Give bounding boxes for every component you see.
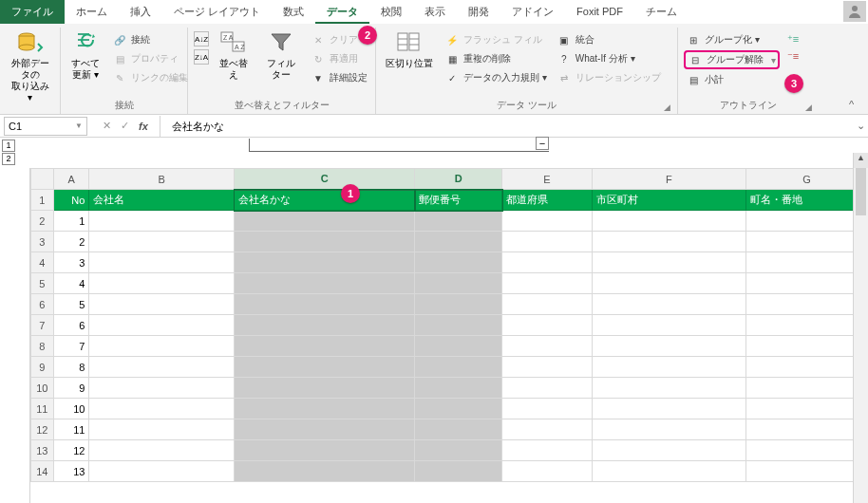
row-header-10[interactable]: 10 [31, 378, 54, 399]
cell-A4[interactable]: 3 [53, 252, 89, 273]
group-button[interactable]: ⊞グループ化 ▾ [684, 31, 780, 48]
advanced-filter-button[interactable]: ▼詳細設定 [309, 69, 369, 86]
row-header-3[interactable]: 3 [31, 232, 54, 252]
relationships-button[interactable]: ⇄リレーションシップ [555, 69, 663, 86]
get-external-data-button[interactable]: 外部データの 取り込み ▾ [6, 28, 54, 105]
cell-D9[interactable] [415, 357, 502, 378]
cell-B7[interactable] [89, 315, 235, 336]
col-header-F[interactable]: F [592, 169, 746, 190]
cell-F11[interactable] [592, 399, 746, 419]
cell-F9[interactable] [592, 357, 746, 378]
cell-G13[interactable] [746, 440, 868, 461]
cell-C3[interactable] [235, 232, 415, 252]
enter-formula-icon[interactable]: ✓ [121, 120, 129, 132]
scroll-up-icon[interactable]: ▲ [854, 153, 868, 168]
outline-level-2[interactable]: 2 [2, 153, 15, 165]
sort-asc-icon[interactable]: A↓Z [194, 31, 209, 47]
cell-C8[interactable] [235, 336, 415, 357]
tab-insert[interactable]: 挿入 [119, 0, 162, 24]
cell-C10[interactable] [235, 378, 415, 399]
cell-F2[interactable] [592, 211, 746, 232]
cell-C2[interactable] [235, 211, 415, 232]
connections-button[interactable]: 🔗接続 [110, 31, 190, 48]
col-header-G[interactable]: G [746, 169, 868, 190]
cell-F6[interactable] [592, 294, 746, 315]
cell-F14[interactable] [592, 461, 746, 482]
header-cell-F[interactable]: 市区町村 [592, 190, 746, 211]
tab-developer[interactable]: 開発 [457, 0, 500, 24]
text-to-columns-button[interactable]: 区切り位置 [382, 28, 437, 71]
row-header-11[interactable]: 11 [31, 399, 54, 419]
cell-D13[interactable] [415, 440, 502, 461]
col-header-D[interactable]: D [415, 169, 502, 190]
tab-review[interactable]: 校閲 [369, 0, 413, 24]
cell-F7[interactable] [592, 315, 746, 336]
cell-E3[interactable] [502, 232, 592, 252]
formula-input[interactable]: 会社名かな [160, 116, 853, 137]
edit-links-button[interactable]: ✎リンクの編集 [110, 69, 190, 86]
cell-A5[interactable]: 4 [53, 273, 89, 294]
cell-B13[interactable] [89, 440, 235, 461]
sort-button[interactable]: Z AA Z 並べ替え [215, 28, 253, 83]
show-detail-icon[interactable]: ⁺≡ [785, 31, 801, 47]
filter-button[interactable]: フィルター [258, 28, 303, 83]
row-header-6[interactable]: 6 [31, 294, 54, 315]
cancel-formula-icon[interactable]: ✕ [103, 120, 111, 132]
cell-A8[interactable]: 7 [53, 336, 89, 357]
refresh-all-button[interactable]: すべて 更新 ▾ [66, 28, 104, 83]
consolidate-button[interactable]: ▣統合 [555, 31, 663, 48]
vertical-scrollbar[interactable]: ▲ [853, 153, 868, 503]
header-cell-E[interactable]: 都道府県 [502, 190, 592, 211]
header-cell-B[interactable]: 会社名 [89, 190, 235, 211]
cell-A3[interactable]: 2 [53, 232, 89, 252]
cell-G7[interactable] [746, 315, 868, 336]
row-header-5[interactable]: 5 [31, 273, 54, 294]
row-header-1[interactable]: 1 [31, 190, 54, 211]
cell-G9[interactable] [746, 357, 868, 378]
cell-B10[interactable] [89, 378, 235, 399]
cell-E10[interactable] [502, 378, 592, 399]
cell-D4[interactable] [415, 252, 502, 273]
flash-fill-button[interactable]: ⚡フラッシュ フィル [443, 31, 549, 48]
cell-G8[interactable] [746, 336, 868, 357]
cell-G5[interactable] [746, 273, 868, 294]
cell-A2[interactable]: 1 [53, 211, 89, 232]
cell-E6[interactable] [502, 294, 592, 315]
cell-B12[interactable] [89, 419, 235, 440]
cell-E2[interactable] [502, 211, 592, 232]
cell-D6[interactable] [415, 294, 502, 315]
cell-A6[interactable]: 5 [53, 294, 89, 315]
cell-D8[interactable] [415, 336, 502, 357]
cell-G2[interactable] [746, 211, 868, 232]
cell-F3[interactable] [592, 232, 746, 252]
cell-B3[interactable] [89, 232, 235, 252]
cell-G3[interactable] [746, 232, 868, 252]
header-cell-A[interactable]: No [53, 190, 89, 211]
cell-F8[interactable] [592, 336, 746, 357]
row-header-14[interactable]: 14 [31, 461, 54, 482]
subtotal-button[interactable]: ▤小計 [684, 71, 780, 88]
cell-E5[interactable] [502, 273, 592, 294]
cell-F5[interactable] [592, 273, 746, 294]
cell-A14[interactable]: 13 [53, 461, 89, 482]
cell-C4[interactable] [235, 252, 415, 273]
cell-C6[interactable] [235, 294, 415, 315]
cell-A12[interactable]: 11 [53, 419, 89, 440]
cell-E14[interactable] [502, 461, 592, 482]
cell-B5[interactable] [89, 273, 235, 294]
cell-A10[interactable]: 9 [53, 378, 89, 399]
cell-D14[interactable] [415, 461, 502, 482]
cell-G11[interactable] [746, 399, 868, 419]
cell-G4[interactable] [746, 252, 868, 273]
cell-B6[interactable] [89, 294, 235, 315]
tab-pagelayout[interactable]: ページ レイアウト [162, 0, 272, 24]
cell-F12[interactable] [592, 419, 746, 440]
properties-button[interactable]: ▤プロパティ [110, 50, 190, 67]
remove-duplicates-button[interactable]: ▦重複の削除 [443, 50, 549, 67]
cell-F13[interactable] [592, 440, 746, 461]
cell-D7[interactable] [415, 315, 502, 336]
name-box[interactable]: C1▼ [4, 117, 87, 136]
header-cell-C[interactable]: 会社名かな [235, 190, 415, 211]
cell-E12[interactable] [502, 419, 592, 440]
row-header-13[interactable]: 13 [31, 440, 54, 461]
